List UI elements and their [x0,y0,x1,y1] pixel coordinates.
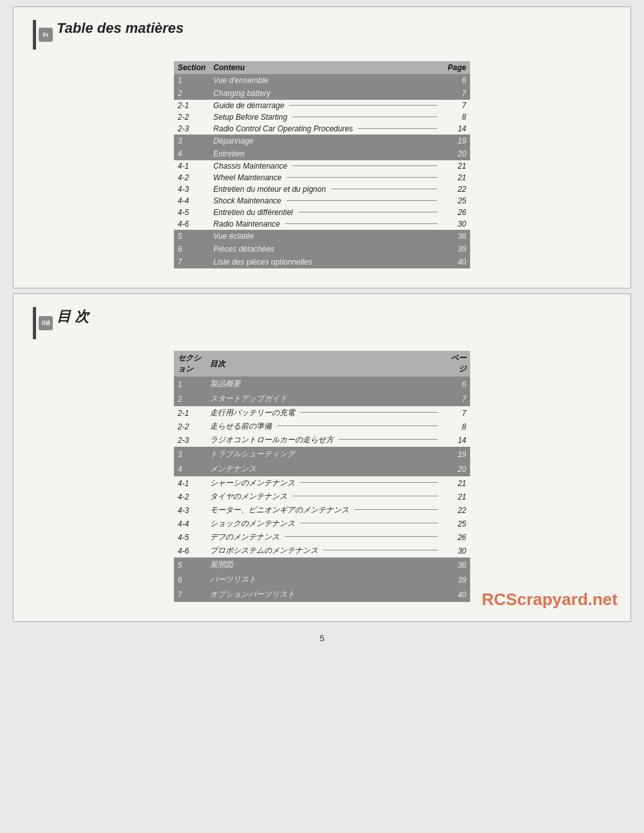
table-row: オプションパーツリスト [206,587,444,602]
table-row: 21 [444,476,470,490]
table-row: パーツリスト [206,572,444,587]
french-toc-section: Fr Table des matières Section Contenu Pa… [13,6,631,288]
japanese-col-content: 目次 [206,351,444,377]
table-row: 4-1 [174,160,209,172]
table-row: デフのメンテナンス [206,530,444,544]
table-row: 5 [174,230,209,243]
french-col-content: Contenu [209,61,444,74]
table-row: Liste des pièces optionnelles [209,256,444,268]
french-col-section: Section [174,61,209,74]
table-row: Radio Control Car Operating Procedures [209,123,444,135]
table-row: メンテナンス [206,462,444,476]
table-row: 14 [444,433,470,447]
table-row: Dépannage [209,135,444,147]
table-row: 22 [444,503,470,517]
toc-dots [285,536,438,537]
toc-dots [285,223,438,224]
table-row: 4-1 [174,476,206,490]
table-row: 7 [444,87,470,100]
table-row: 19 [444,447,470,462]
toc-content-text: Chassis Maintenance [213,162,287,171]
table-row: 2-3 [174,433,206,447]
toc-content-text: Guide de démarrage [213,101,284,110]
table-row: Entretien du différentiel [209,207,444,218]
japanese-table-header: セクション 目次 ページ [174,351,470,377]
table-row: 2 [174,87,209,100]
table-row: 2-1 [174,100,209,111]
table-row: 4-3 [174,503,206,517]
toc-content-text: Shock Maintenance [213,196,281,205]
table-row: Vue éclatée [209,230,444,243]
table-row: 4-5 [174,207,209,218]
french-table-header: Section Contenu Page [174,61,470,74]
toc-content-text: 走行用バッテリーの充電 [210,407,295,418]
french-table-body: 1 Vue d'ensemble 6 2 Charging battery 7 … [174,74,470,268]
toc-dots [331,189,437,189]
table-row: 40 [444,587,470,602]
table-row: 6 [444,377,470,391]
table-row: タイヤのメンテナンス [206,490,444,503]
toc-content-text: デフのメンテナンス [210,532,279,543]
table-row: 2-2 [174,111,209,123]
table-row: 4-4 [174,195,209,207]
table-row: 22 [444,183,470,195]
table-row: 39 [444,572,470,587]
toc-dots [323,550,438,550]
table-row: Entretien [209,147,444,160]
japanese-col-section: セクション [174,351,206,377]
japanese-lang-badge: 日語 [39,316,53,330]
toc-dots [354,509,438,510]
table-row: トラブルシューティング [206,447,444,462]
table-row: 21 [444,160,470,172]
table-row: 4-6 [174,218,209,230]
table-row: ショックのメンテナンス [206,517,444,530]
toc-dots [292,496,438,496]
toc-dots [287,200,438,201]
table-row: 8 [444,420,470,433]
french-section-title: Table des matières [57,20,184,37]
table-row: 25 [444,195,470,207]
table-row: 36 [444,557,470,572]
table-row: 4-2 [174,172,209,183]
toc-content-text: ショックのメンテナンス [210,518,295,529]
table-row: 30 [444,218,470,230]
toc-dots [289,105,437,106]
toc-content-text: Entretien du différentiel [213,208,292,217]
table-row: プロポシステムのメンテナンス [206,544,444,557]
table-row: 3 [174,135,209,147]
table-row: 4 [174,147,209,160]
toc-content-text: Wheel Maintenance [213,173,281,182]
table-row: 1 [174,74,209,87]
table-row: Shock Maintenance [209,195,444,207]
table-row: Chassis Maintenance [209,160,444,172]
toc-dots [300,412,438,413]
table-row: 25 [444,517,470,530]
japanese-toc-table: セクション 目次 ページ 1 製品概要 6 2 スタートアップガイド 7 2-1… [174,351,470,602]
table-row: 30 [444,544,470,557]
table-row: 4-2 [174,490,206,503]
table-row: Pièces détachées [209,243,444,256]
toc-content-text: 走らせる前の準備 [210,421,272,432]
toc-content-text: Radio Control Car Operating Procedures [213,124,353,133]
table-row: 36 [444,230,470,243]
table-row: モーター、ピニオンギアのメンテナンス [206,503,444,517]
table-row: 26 [444,207,470,218]
toc-content-text: プロポシステムのメンテナンス [210,545,318,556]
table-row: 3 [174,447,206,462]
toc-content-text: モーター、ピニオンギアのメンテナンス [210,505,349,516]
table-row: 21 [444,490,470,503]
table-row: 2-3 [174,123,209,135]
table-row: 20 [444,462,470,476]
table-row: 5 [174,557,206,572]
toc-dots [277,426,438,426]
table-row: スタートアップガイド [206,391,444,406]
table-row: 6 [174,243,209,256]
table-row: 4-4 [174,517,206,530]
table-row: 7 [444,406,470,420]
toc-dots [358,128,437,129]
table-row: 7 [174,256,209,268]
french-title-bar: Fr Table des matières [33,20,611,50]
table-row: 4-5 [174,530,206,544]
table-row: 7 [444,100,470,111]
table-row: 7 [174,587,206,602]
